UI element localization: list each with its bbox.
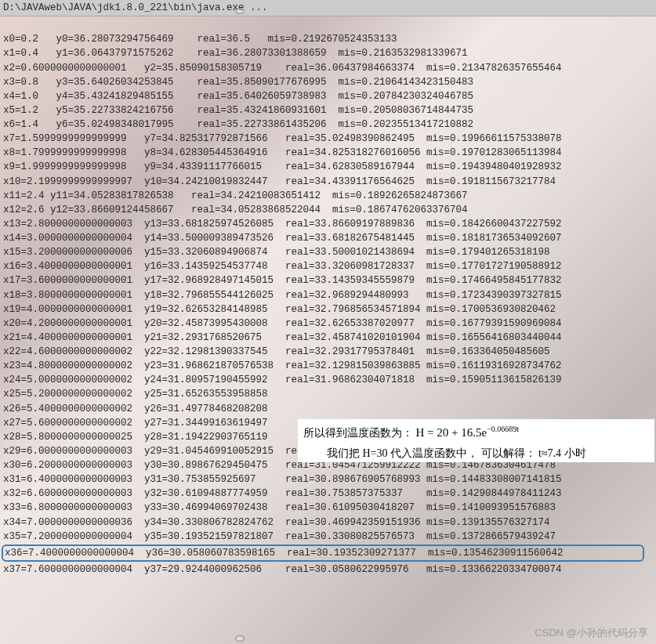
console-line: x19=4.0000000000000001 y19=32.6265328414… <box>3 302 653 317</box>
console-line: x4=1.0 y4=35.43241829485155 real=35.6402… <box>3 89 653 103</box>
console-line: x7=1.5999999999999999 y7=34.825317792871… <box>3 132 653 146</box>
console-line: x33=6.8000000000000003 y33=30.4699406970… <box>3 501 653 515</box>
console-line: x25=5.2000000000000002 y25=31.6526355395… <box>3 387 653 401</box>
console-line: x12=2.6 y12=33.8660912445866​7 real=34.0… <box>3 203 653 217</box>
console-line: x37=7.6000000000000004 y37=29.9244000962… <box>3 563 653 577</box>
console-line: x34=7.0000000000000036 y34=30.3308067828… <box>3 516 653 530</box>
console-line: x2=0.6000000000000001 y2=35.850901583057… <box>3 61 653 75</box>
console-line: x9=1.9999999999999998 y9=34.433911177660… <box>3 160 653 174</box>
overlay-text-1: 所以得到温度函数为： <box>303 427 413 439</box>
console-line: x8=1.7999999999999998 y8=34.628305445364… <box>3 146 653 160</box>
console-line: x32=6.6000000000000003 y32=30.6109488777… <box>3 487 653 501</box>
console-line: x23=4.8000000000000002 y23=31.9686218705… <box>3 359 653 373</box>
console-line: x16=3.4000000000000001 y16=33.1435925453… <box>3 259 653 273</box>
console-output: x0=0.2 y0=36.28073294756469 real=36.5 mi… <box>0 16 656 577</box>
console-line: x22=4.6000000000000002 y22=32.1298139033… <box>3 345 653 359</box>
console-line: x21=4.4000000000000001 y21=32.2931768520… <box>3 331 653 345</box>
console-line: x14=3.0000000000000004 y14=33.5000093894… <box>3 231 653 245</box>
console-line: x13=2.8000000000000003 y13=33.6818259745… <box>3 217 653 231</box>
window-path: D:\JAVAweb\JAVA\jdk1.8.0_221\bin\java.ex… <box>3 2 268 13</box>
overlay-exponent: −0.06689t <box>487 425 519 433</box>
highlighted-result-row: x36=7.4000000000000004 y36=30.0580607835… <box>2 545 644 562</box>
console-line: x10=2.1999999999999997 y10=34.2421001983… <box>3 175 653 189</box>
console-line: x0=0.2 y0=36.28073294756469 real=36.5 mi… <box>3 32 653 46</box>
console-line: x20=4.2000000000000001 y20=32.4587399543… <box>3 317 653 331</box>
console-line: x5=1.2 y5=35.22733824216756 real=35.4324… <box>3 103 653 118</box>
window-title-bar: D:\JAVAweb\JAVA\jdk1.8.0_221\bin\java.ex… <box>0 0 656 16</box>
console-line: x11=2.4 y11=34.0528381782653​8 real=34.2… <box>3 189 653 203</box>
caret-indicator-top <box>235 8 245 14</box>
console-line: x17=3.6000000000000001 y17=32.9689284971… <box>3 273 653 288</box>
console-line: x3=0.8 y3=35.64026034253845 real=35.8509… <box>3 75 653 89</box>
overlay-text-2: 我们把 H=30 代入温度函数中， 可以解得： t≈7.4 小时 <box>327 447 586 459</box>
caret-indicator-bottom <box>235 635 245 642</box>
console-line: x18=3.8000000000000001 y18=32.7968555441… <box>3 288 653 302</box>
console-line: x15=3.2000000000000006 y15=33.3206089490… <box>3 245 653 259</box>
console-line: x31=6.4000000000000003 y31=30.7538559256… <box>3 472 653 487</box>
console-line: x1=0.4 y1=36.06437971575262 real=36.2807… <box>3 46 653 60</box>
formula-overlay-popup: 所以得到温度函数为： H = 20 + 16.5e−0.06689t 我们把 H… <box>298 419 654 462</box>
console-line: x35=7.2000000000000004 y35=30.1935215978… <box>3 530 653 544</box>
csdn-watermark: CSDN @小孙的代码分享 <box>535 626 648 641</box>
console-line: x26=5.4000000000000002 y26=31.4977846820… <box>3 402 653 416</box>
console-line: x24=5.0000000000000002 y24=31.8095719045… <box>3 373 653 387</box>
console-line: x6=1.4 y6=35.02498348017995 real=35.2273… <box>3 118 653 132</box>
overlay-formula: H = 20 + 16.5e−0.06689t <box>416 426 520 439</box>
